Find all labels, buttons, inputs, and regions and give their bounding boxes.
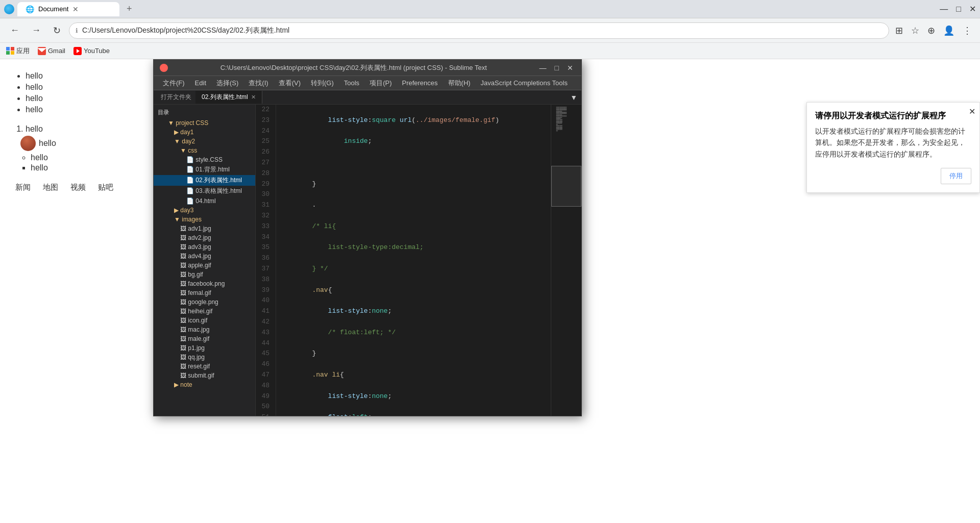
url-text: C:/Users/Lenovo/Desktop/project%20CSS/da… [82, 26, 883, 35]
nav-link-map[interactable]: 地图 [43, 183, 58, 192]
minimize-button[interactable]: — [940, 5, 948, 14]
browser-content: hello hello hello hello hello hello hell… [0, 59, 980, 523]
tree-file-google[interactable]: 🖼 google.png [154, 297, 255, 307]
close-button[interactable]: ✕ [969, 4, 976, 14]
code-line-28: list-style-type:decimal; [280, 242, 547, 253]
menu-find[interactable]: 查找(I) [243, 77, 273, 90]
active-tab[interactable]: 🌐 Document ✕ [17, 2, 119, 16]
code-line-36: float:left; [280, 412, 547, 416]
editor-menu-bar: 文件(F) Edit 选择(S) 查找(I) 查看(V) 转到(G) Tools… [154, 76, 581, 90]
tree-file-qq[interactable]: 🖼 qq.jpg [154, 353, 255, 362]
code-editor[interactable]: 2223242526 2728293031 3233343536 3738394… [256, 105, 581, 416]
menu-select[interactable]: 选择(S) [211, 77, 243, 90]
tree-file-adv2[interactable]: 🖼 adv2.jpg [154, 233, 255, 242]
browser-icon [4, 4, 14, 14]
translate-icon[interactable]: ⊞ [893, 23, 905, 38]
menu-tools[interactable]: Tools [339, 77, 364, 89]
editor-tab-label: 02.列表属性.html [202, 93, 248, 102]
tree-file-01-bg[interactable]: 📄 01.背景.html [154, 164, 255, 175]
editor-window-buttons: — □ ✕ [537, 64, 575, 72]
tree-file-03-table[interactable]: 📄 03.表格属性.html [154, 186, 255, 196]
avatar-label: hello [39, 139, 56, 148]
apps-icon [6, 47, 14, 55]
open-folder-button[interactable]: 打开文件夹 [158, 93, 194, 102]
code-line-22: list-style:square url(../images/female.g… [280, 115, 547, 126]
notification-title: 请停用以开发者模式运行的扩展程序 [815, 111, 971, 121]
menu-help[interactable]: 帮助(H) [443, 77, 476, 90]
tree-folder-css[interactable]: ▼ css [154, 146, 255, 155]
nav-link-news[interactable]: 新闻 [15, 183, 31, 192]
tree-file-submit[interactable]: 🖼 submit.gif [154, 371, 255, 380]
tree-file-04[interactable]: 📄 04.html [154, 196, 255, 206]
tree-file-style-css[interactable]: 📄 style.CSS [154, 155, 255, 164]
editor-tab-close[interactable]: ✕ [251, 94, 256, 101]
menu-icon[interactable]: ⋮ [961, 23, 974, 38]
code-lines: list-style:square url(../images/female.g… [276, 105, 551, 416]
file-tree: 目录 ▼ project CSS ▶ day1 ▼ day2 ▼ css 📄 s… [154, 105, 256, 416]
editor-minimize-button[interactable]: — [537, 64, 549, 72]
minimap-viewport[interactable] [551, 166, 581, 207]
tree-folder-images[interactable]: ▼ images [154, 215, 255, 224]
address-bar[interactable]: ℹ C:/Users/Lenovo/Desktop/project%20CSS/… [69, 22, 889, 39]
menu-project[interactable]: 项目(P) [364, 77, 397, 90]
line-numbers: 2223242526 2728293031 3233343536 3738394… [256, 105, 276, 416]
code-line-23: inside; [280, 136, 547, 147]
back-button[interactable]: ← [6, 23, 23, 38]
tree-file-male[interactable]: 🖼 male.gif [154, 334, 255, 343]
notification-actions: 停用 [815, 168, 971, 184]
code-line-33: } [280, 348, 547, 359]
editor-body: 目录 ▼ project CSS ▶ day1 ▼ day2 ▼ css 📄 s… [154, 105, 581, 416]
tab-close-button[interactable]: ✕ [72, 5, 79, 13]
menu-js-completions[interactable]: JavaScript Completions Tools [476, 77, 573, 89]
tree-file-heihei[interactable]: 🖼 heihei.gif [154, 307, 255, 316]
menu-edit[interactable]: Edit [190, 77, 211, 89]
tree-file-reset[interactable]: 🖼 reset.gif [154, 362, 255, 371]
code-line-29: } */ [280, 264, 547, 275]
tree-file-p1[interactable]: 🖼 p1.jpg [154, 343, 255, 353]
tree-file-femal[interactable]: 🖼 femal.gif [154, 288, 255, 297]
tree-file-apple[interactable]: 🖼 apple.gif [154, 261, 255, 270]
editor-title-bar: C:\Users\Lenovo\Desktop\project CSS\day2… [154, 60, 581, 76]
menu-preferences[interactable]: Preferences [397, 77, 443, 89]
bookmark-youtube[interactable]: YouTube [74, 47, 110, 55]
editor-window: C:\Users\Lenovo\Desktop\project CSS\day2… [153, 59, 582, 416]
account-icon[interactable]: 👤 [941, 23, 957, 38]
bookmark-gmail[interactable]: Gmail [38, 47, 65, 55]
bookmark-youtube-label: YouTube [84, 47, 110, 55]
tree-folder-day3[interactable]: ▶ day3 [154, 206, 255, 215]
menu-goto[interactable]: 转到(G) [306, 77, 339, 90]
nav-link-video[interactable]: 视频 [70, 183, 86, 192]
tree-file-bg[interactable]: 🖼 bg.gif [154, 270, 255, 279]
tree-file-02-list[interactable]: 📄 02.列表属性.html [154, 175, 255, 186]
notification-close-button[interactable]: ✕ [969, 107, 975, 116]
tree-file-mac[interactable]: 🖼 mac.jpg [154, 325, 255, 334]
tree-file-icon[interactable]: 🖼 icon.gif [154, 316, 255, 325]
maximize-button[interactable]: □ [956, 5, 961, 14]
forward-button[interactable]: → [28, 23, 45, 38]
tree-file-adv4[interactable]: 🖼 adv4.jpg [154, 252, 255, 261]
editor-icon-row [160, 64, 170, 72]
tree-folder-day1[interactable]: ▶ day1 [154, 128, 255, 137]
editor-gutter-arrow[interactable]: ▼ [570, 93, 577, 102]
tree-file-adv3[interactable]: 🖼 adv3.jpg [154, 242, 255, 252]
nav-link-tieba[interactable]: 贴吧 [98, 183, 113, 192]
tree-folder-day2[interactable]: ▼ day2 [154, 137, 255, 146]
code-minimap: ████ ██████████ ████ ██████████ ████ ███… [551, 105, 581, 416]
editor-maximize-button[interactable]: □ [553, 64, 561, 72]
tree-folder-note[interactable]: ▶ note [154, 380, 255, 389]
bookmark-icon[interactable]: ☆ [909, 23, 921, 38]
editor-close-button[interactable]: ✕ [565, 64, 575, 72]
editor-title: C:\Users\Lenovo\Desktop\project CSS\day2… [170, 63, 537, 72]
tree-folder-project-css[interactable]: ▼ project CSS [154, 118, 255, 128]
notification-stop-button[interactable]: 停用 [941, 168, 971, 184]
new-tab-button[interactable]: + [122, 4, 136, 14]
editor-tab-active[interactable]: 02.列表属性.html ✕ [195, 91, 262, 104]
tree-file-adv1[interactable]: 🖼 adv1.jpg [154, 224, 255, 233]
menu-file[interactable]: 文件(F) [158, 77, 190, 90]
notification-panel: ✕ 请停用以开发者模式运行的扩展程序 以开发者模式运行的扩展程序可能会损害您的计… [806, 102, 980, 193]
menu-view[interactable]: 查看(V) [274, 77, 306, 90]
extension-icon[interactable]: ⊕ [925, 23, 937, 38]
tree-file-facebook[interactable]: 🖼 facebook.png [154, 279, 255, 288]
refresh-button[interactable]: ↻ [49, 23, 65, 38]
bookmark-apps[interactable]: 应用 [6, 46, 30, 56]
